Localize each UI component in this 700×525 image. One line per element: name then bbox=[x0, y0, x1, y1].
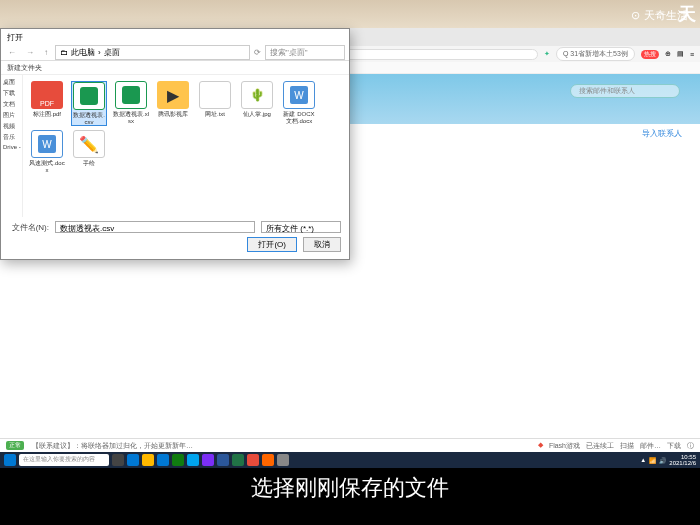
app-icon[interactable] bbox=[127, 454, 139, 466]
wifi-icon[interactable]: 📶 bbox=[649, 457, 656, 464]
more-icon[interactable]: ≡ bbox=[690, 51, 694, 58]
task-view-icon[interactable] bbox=[112, 454, 124, 466]
xlsx-icon bbox=[115, 81, 147, 109]
tray-icon[interactable]: ▲ bbox=[640, 457, 646, 463]
dialog-footer: 文件名(N): 数据透视表.csv 所有文件 (*.*) 打开(O) 取消 bbox=[1, 217, 349, 256]
file-item[interactable]: ▶腾讯影视库 bbox=[155, 81, 191, 126]
filename-input[interactable]: 数据透视表.csv bbox=[55, 221, 255, 233]
status-link[interactable]: 已连续工 bbox=[586, 441, 614, 451]
app-icon[interactable] bbox=[217, 454, 229, 466]
file-item[interactable]: 风速测式.docx bbox=[29, 130, 65, 173]
file-item[interactable]: 🌵仙人掌.jpg bbox=[239, 81, 275, 126]
sidebar-item[interactable]: 图片 bbox=[3, 110, 20, 121]
status-text: 【联系建议】：将联络器加过归化，开始更新新年… bbox=[32, 441, 193, 451]
filename-label: 文件名(N): bbox=[9, 222, 49, 233]
watermark-icon: ⊙ bbox=[631, 9, 640, 22]
app-icon[interactable] bbox=[262, 454, 274, 466]
folder-icon: 🗀 bbox=[60, 48, 68, 57]
nav-fwd-icon[interactable]: → bbox=[23, 48, 37, 57]
app-icon[interactable] bbox=[277, 454, 289, 466]
status-badge: 正常 bbox=[6, 441, 24, 450]
video-caption: 选择刚刚保存的文件 bbox=[0, 468, 700, 525]
dialog-title-bar: 打开 bbox=[1, 29, 349, 45]
flash-link[interactable]: Flash游戏 bbox=[549, 441, 580, 451]
cancel-button[interactable]: 取消 bbox=[303, 237, 341, 252]
search-icon: Q bbox=[563, 50, 568, 57]
windows-taskbar: 在这里输入你要搜索的内容 ▲ 📶 🔊 10:55 2021/12/6 bbox=[0, 452, 700, 468]
clock-date[interactable]: 2021/12/6 bbox=[669, 460, 696, 466]
file-item[interactable]: 数据透视表.xlsx bbox=[113, 81, 149, 126]
app-icon[interactable] bbox=[202, 454, 214, 466]
start-button[interactable] bbox=[4, 454, 16, 466]
import-contacts-link[interactable]: 导入联系人 bbox=[642, 128, 682, 139]
pdf-icon bbox=[31, 81, 63, 109]
browser-status-bar: 正常 【联系建议】：将联络器加过归化，开始更新新年… ◆ Flash游戏 已连续… bbox=[0, 438, 700, 452]
app-icon[interactable] bbox=[172, 454, 184, 466]
chevron-right-icon: › bbox=[98, 48, 101, 57]
watermark-corner: 天 bbox=[678, 2, 696, 26]
view-list-button[interactable]: ▤ bbox=[331, 64, 337, 71]
status-link[interactable]: 扫描 bbox=[620, 441, 634, 451]
jpg-icon: 🌵 bbox=[241, 81, 273, 109]
file-item[interactable]: ✏️手绘 bbox=[71, 130, 107, 173]
dialog-body: 桌面 下载 文档 图片 视频 音乐 Drive - Pers... 标注图.pd… bbox=[1, 75, 349, 217]
settings-icon[interactable]: ▤ bbox=[677, 50, 684, 58]
file-item-selected[interactable]: 数据透视表.csv bbox=[71, 81, 107, 126]
refresh-icon[interactable]: ⟳ bbox=[254, 48, 261, 57]
search-text: 31省新增本土53例 bbox=[570, 50, 628, 57]
filetype-select[interactable]: 所有文件 (*.*) bbox=[261, 221, 341, 233]
sidebar-item[interactable]: 桌面 bbox=[3, 77, 20, 88]
csv-icon bbox=[73, 82, 105, 110]
info-icon[interactable]: ⓘ bbox=[687, 441, 694, 451]
path-root[interactable]: 此电脑 bbox=[71, 47, 95, 58]
edge-icon[interactable] bbox=[157, 454, 169, 466]
docx-icon bbox=[31, 130, 63, 158]
help-icon[interactable]: ? bbox=[340, 65, 343, 71]
sidebar-item[interactable]: Drive - Pers... bbox=[3, 143, 20, 151]
browser-search[interactable]: Q 31省新增本土53例 bbox=[556, 47, 635, 61]
new-folder-button[interactable]: 新建文件夹 bbox=[7, 63, 42, 73]
dialog-toolbar: 新建文件夹 ▦ ▤ ? bbox=[1, 61, 349, 75]
page-search-input[interactable]: 搜索邮件和联系人 bbox=[570, 84, 680, 98]
path-current[interactable]: 桌面 bbox=[104, 47, 120, 58]
sidebar-item[interactable]: 下载 bbox=[3, 88, 20, 99]
folder-icon: ▶ bbox=[157, 81, 189, 109]
view-icons-button[interactable]: ▦ bbox=[322, 64, 328, 71]
status-link[interactable]: 下载 bbox=[667, 441, 681, 451]
app-icon[interactable] bbox=[142, 454, 154, 466]
dialog-nav-bar: ← → ↑ 🗀 此电脑 › 桌面 ⟳ 搜索"桌面" bbox=[1, 45, 349, 61]
screen-area: 通讯录 + ← → ↻ fd_letter#module=contact.Con… bbox=[0, 28, 700, 468]
nav-back-icon[interactable]: ← bbox=[5, 48, 19, 57]
app-icon[interactable] bbox=[247, 454, 259, 466]
file-item[interactable]: 网址.txt bbox=[197, 81, 233, 126]
hot-badge[interactable]: 热搜 bbox=[641, 50, 659, 59]
file-grid[interactable]: 标注图.pdf 数据透视表.csv 数据透视表.xlsx ▶腾讯影视库 网址.t… bbox=[23, 75, 349, 217]
sidebar-item[interactable]: 视频 bbox=[3, 121, 20, 132]
open-button[interactable]: 打开(O) bbox=[247, 237, 297, 252]
status-link[interactable]: 邮件… bbox=[640, 441, 661, 451]
nav-up-icon[interactable]: ↑ bbox=[41, 48, 51, 57]
dialog-sidebar: 桌面 下载 文档 图片 视频 音乐 Drive - Pers... bbox=[1, 75, 23, 217]
app-icon[interactable] bbox=[187, 454, 199, 466]
app-icon[interactable] bbox=[232, 454, 244, 466]
system-tray[interactable]: ▲ 📶 🔊 10:55 2021/12/6 bbox=[640, 454, 696, 466]
taskbar-search[interactable]: 在这里输入你要搜索的内容 bbox=[19, 454, 109, 466]
volume-icon[interactable]: 🔊 bbox=[659, 457, 666, 464]
dialog-title: 打开 bbox=[7, 32, 23, 43]
star-icon[interactable]: ✦ bbox=[544, 50, 550, 58]
file-item[interactable]: 标注图.pdf bbox=[29, 81, 65, 126]
menu-icon[interactable]: ⊕ bbox=[665, 50, 671, 58]
flash-icon[interactable]: ◆ bbox=[538, 441, 543, 451]
file-open-dialog: 打开 ← → ↑ 🗀 此电脑 › 桌面 ⟳ 搜索"桌面" 新建文件夹 ▦ ▤ ? bbox=[0, 28, 350, 260]
desktop-background bbox=[0, 0, 700, 28]
file-item[interactable]: 新建 DOCX 文档.docx bbox=[281, 81, 317, 126]
docx-icon bbox=[283, 81, 315, 109]
txt-icon bbox=[199, 81, 231, 109]
sidebar-item[interactable]: 文档 bbox=[3, 99, 20, 110]
file-icon: ✏️ bbox=[73, 130, 105, 158]
breadcrumb[interactable]: 🗀 此电脑 › 桌面 bbox=[55, 45, 250, 60]
dialog-search-input[interactable]: 搜索"桌面" bbox=[265, 45, 345, 60]
sidebar-item[interactable]: 音乐 bbox=[3, 132, 20, 143]
